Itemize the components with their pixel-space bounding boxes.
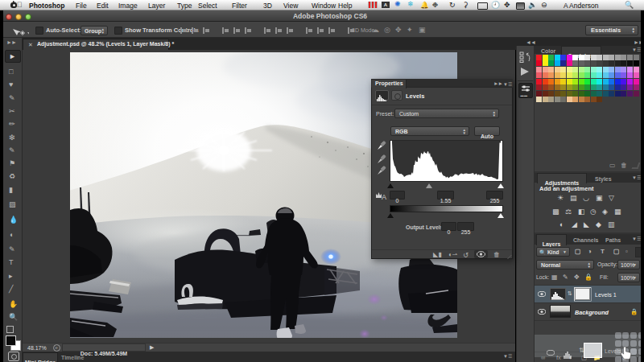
svg-text:A: A [382,193,386,201]
